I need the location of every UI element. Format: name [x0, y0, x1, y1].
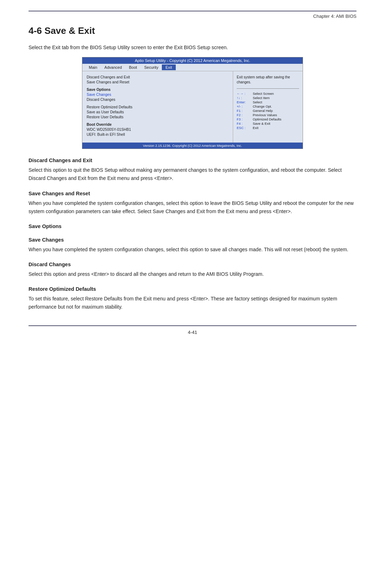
- bios-item-save-changes[interactable]: Save Changes: [87, 92, 229, 97]
- bottom-rule: [29, 325, 356, 326]
- bios-item-restore-user-defaults[interactable]: Restore User Defaults: [87, 115, 229, 119]
- bios-item-save-reset[interactable]: Save Changes and Reset: [87, 80, 229, 84]
- text-save-changes-reset: When you have completed the system confi…: [29, 199, 356, 216]
- top-rule: [29, 11, 356, 11]
- heading-save-changes-reset: Save Changes and Reset: [29, 191, 356, 196]
- bios-spacer-2: [87, 102, 229, 105]
- bios-key-select-screen: ←→ : Select Screen: [237, 92, 299, 96]
- bios-key-change-opt: +/- : Change Opt.: [237, 104, 299, 108]
- bios-key-desc-f1: General Help: [253, 109, 273, 113]
- heading-save-changes: Save Changes: [29, 237, 356, 243]
- bios-key-f3: F3 : Optimized Defaults: [237, 117, 299, 121]
- bios-body: Discard Changes and Exit Save Changes an…: [82, 71, 303, 143]
- bios-menu-advanced[interactable]: Advanced: [101, 65, 125, 70]
- bios-menu-security[interactable]: Security: [140, 65, 162, 70]
- bios-footer: Version 2.15.1236. Copyright (C) 2012 Am…: [82, 143, 303, 149]
- chapter-header: Chapter 4: AMI BIOS: [29, 14, 356, 19]
- bios-key-esc: ESC : Exit: [237, 126, 299, 130]
- bios-key-label-plusminus: +/- :: [237, 104, 253, 108]
- bios-key-label-esc: ESC :: [237, 126, 253, 130]
- bios-item-uefi-shell[interactable]: UEFI: Built-in EFI Shell: [87, 132, 229, 136]
- bios-key-label-f1: F1 :: [237, 109, 253, 113]
- bios-menu-main[interactable]: Main: [85, 65, 101, 70]
- bios-left-column: Discard Changes and Exit Save Changes an…: [82, 71, 233, 143]
- bios-item-discard-exit[interactable]: Discard Changes and Exit: [87, 75, 229, 79]
- heading-discard-changes: Discard Changes: [29, 262, 356, 267]
- text-restore-optimized-defaults: To set this feature, select Restore Defa…: [29, 295, 356, 311]
- text-discard-changes: Select this option and press <Enter> to …: [29, 270, 356, 278]
- bios-key-desc-change-opt: Change Opt.: [253, 104, 272, 108]
- bios-key-select-item: ↑↓ : Select Item: [237, 96, 299, 100]
- bios-key-f1: F1 : General Help: [237, 109, 299, 113]
- bios-key-desc-select-item: Select Item: [253, 96, 270, 100]
- bios-item-wdc-drive[interactable]: WDC WD2500SY-01SHB1: [87, 127, 229, 131]
- heading-discard-changes-exit: Discard Changes and Exit: [29, 158, 356, 163]
- bios-item-save-options-label: Save Options: [87, 87, 229, 92]
- bios-key-label-enter: Enter:: [237, 100, 253, 104]
- bios-key-table: ←→ : Select Screen ↑↓ : Select Item Ente…: [237, 92, 299, 130]
- bios-right-divider: [237, 88, 299, 89]
- bios-key-label-arrows: ←→ :: [237, 92, 253, 96]
- bios-key-enter: Enter: Select: [237, 100, 299, 104]
- bios-spacer-3: [87, 120, 229, 122]
- bios-key-desc-f4: Save & Exit: [253, 122, 270, 125]
- text-save-changes: When you have completed the system confi…: [29, 246, 356, 254]
- bios-key-desc-esc: Exit: [253, 126, 258, 130]
- bios-key-label-f2: F2 :: [237, 113, 253, 117]
- bios-item-boot-override-label: Boot Override: [87, 122, 229, 127]
- bios-key-label-f3: F3 :: [237, 117, 253, 121]
- bios-key-f4: F4 : Save & Exit: [237, 122, 299, 125]
- bios-spacer-1: [87, 85, 229, 87]
- bios-key-f2: F2 : Previous Values: [237, 113, 299, 117]
- bios-right-column: Exit system setup after saving the chang…: [233, 71, 303, 143]
- bios-key-desc-f3: Optimized Defaults: [253, 117, 281, 121]
- bios-screenshot: Aptio Setup Utility - Copyright (C) 2012…: [82, 57, 303, 149]
- bios-key-label-updown: ↑↓ :: [237, 96, 253, 100]
- heading-save-options: Save Options: [29, 223, 356, 229]
- bios-key-label-f4: F4 :: [237, 122, 253, 125]
- bios-right-description: Exit system setup after saving the chang…: [237, 75, 299, 85]
- bios-key-desc-f2: Previous Values: [253, 113, 277, 117]
- bios-title-bar: Aptio Setup Utility - Copyright (C) 2012…: [82, 57, 303, 64]
- heading-restore-optimized-defaults: Restore Optimized Defaults: [29, 286, 356, 292]
- bios-item-restore-optimized[interactable]: Restore Optimized Defaults: [87, 105, 229, 109]
- text-discard-changes-exit: Select this option to quit the BIOS Setu…: [29, 166, 356, 182]
- bios-item-discard-changes[interactable]: Discard Changes: [87, 97, 229, 102]
- bios-menu-boot[interactable]: Boot: [125, 65, 141, 70]
- bios-menu-exit[interactable]: Exit: [162, 65, 175, 70]
- bios-key-desc-enter: Select: [253, 100, 262, 104]
- bios-menu-bar: Main Advanced Boot Security Exit: [82, 64, 303, 71]
- page-number: 4-41: [29, 330, 356, 335]
- bios-item-save-user-defaults[interactable]: Save as User Defaults: [87, 110, 229, 114]
- bottom-section: 4-41: [29, 325, 356, 335]
- intro-text: Select the Exit tab from the BIOS Setup …: [29, 43, 356, 51]
- bios-key-desc-select-screen: Select Screen: [253, 92, 274, 96]
- section-title: 4-6 Save & Exit: [29, 25, 356, 36]
